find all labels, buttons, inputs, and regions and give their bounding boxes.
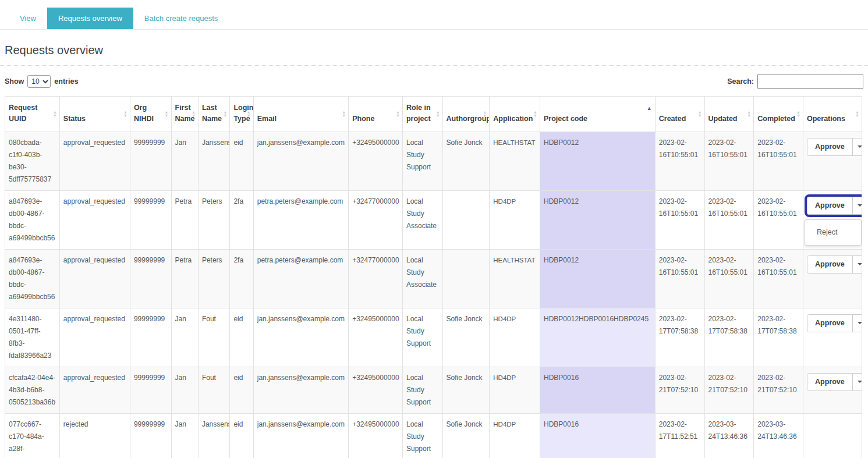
cell-status: approval_requested [59,367,130,413]
column-header-email[interactable]: Email▲▼ [253,97,348,132]
approve-button[interactable]: Approve [807,139,853,155]
column-header-role_in_project[interactable]: Role in project▲▼ [402,97,442,132]
column-header-label: Created [659,115,686,123]
cell-uuid: a847693e-db00-4867-bbdc-a69499bbcb56 [5,190,60,249]
sort-icon: ▲▼ [796,110,800,118]
approve-dropdown-toggle[interactable] [853,256,862,273]
cell-status: approval_requested [59,132,130,190]
cell-authorgroup: Sofie Jonck [442,132,490,190]
approve-split-button: Approve [807,255,862,274]
cell-project_code: HDBP0016 [540,413,656,458]
cell-completed: 2023-03-24T13:46:36 [754,413,803,458]
cell-email: jan.janssens@example.com [253,413,348,458]
cell-phone: +32477000000 [349,190,403,249]
cell-operations: Approve [803,367,862,413]
approve-dropdown-toggle[interactable] [853,139,862,155]
column-header-phone[interactable]: Phone▲▼ [349,97,403,132]
column-header-label: Completed [757,115,795,123]
cell-email: jan.janssens@example.com [253,367,348,413]
cell-uuid: 4e311480-0501-47ff-8fb3-fdaf83966a23 [5,308,60,367]
cell-uuid: a847693e-db00-4867-bbdc-a69499bbcb56 [5,249,60,308]
column-header-label: Org NIHDI [134,104,154,123]
column-header-org_nihdi[interactable]: Org NIHDI▲▼ [130,97,171,132]
approve-button[interactable]: Approve [807,197,853,214]
column-header-project_code[interactable]: Project code▲ [540,97,656,132]
cell-email: jan.janssens@example.com [253,132,348,190]
cell-login_type: 2fa [230,190,253,249]
sort-icon: ▲▼ [747,110,751,118]
cell-completed: 2023-02-17T07:58:38 [754,308,803,367]
approve-button[interactable]: Approve [807,315,853,332]
show-label: Show [5,77,24,86]
cell-last_name: Janssens [198,413,229,458]
cell-org_nihdi: 99999999 [130,132,171,190]
column-header-uuid[interactable]: Request UUID▲▼ [5,97,60,132]
tab-batch-create-requests[interactable]: Batch create requests [133,8,229,29]
column-header-label: Request UUID [9,104,37,123]
cell-first_name: Jan [171,367,198,413]
cell-created: 2023-02-21T07:52:10 [655,367,704,413]
cell-first_name: Jan [171,308,198,367]
approve-dropdown-toggle[interactable] [853,197,862,214]
cell-email: petra.peters@example.com [253,249,348,308]
column-header-label: Status [63,115,86,123]
cell-login_type: eid [230,367,253,413]
cell-role_in_project: Local Study Associate [402,190,442,249]
search-input[interactable] [757,74,863,89]
column-header-updated[interactable]: Updated▲▼ [704,97,754,132]
column-header-label: Role in project [406,104,431,123]
cell-org_nihdi: 99999999 [130,308,171,367]
table-row: 077cc667-c170-484a-a28f-6954562b7420reje… [5,413,862,458]
column-header-label: Updated [708,115,738,123]
cell-authorgroup: Sofie Jonck [442,413,490,458]
column-header-last_name[interactable]: Last Name▲▼ [198,97,229,132]
page-length-control: Show 10 entries [5,75,78,88]
chevron-down-icon [858,204,862,207]
approve-dropdown-toggle[interactable] [853,374,862,390]
approve-button[interactable]: Approve [807,256,853,273]
column-header-completed[interactable]: Completed▲▼ [754,97,803,132]
cell-first_name: Petra [171,249,198,308]
table-row: 080cbada-c1f0-403b-be30-5dff75775837appr… [5,132,862,190]
approve-dropdown-toggle[interactable] [853,315,862,332]
sort-icon: ▲▼ [436,110,440,118]
column-header-created[interactable]: Created▲▼ [655,97,704,132]
column-header-application[interactable]: Application▲▼ [490,97,540,132]
tab-requests-overview[interactable]: Requests overview [47,8,133,29]
cell-org_nihdi: 99999999 [130,249,171,308]
cell-login_type: 2fa [230,249,253,308]
cell-role_in_project: Local Study Support [402,308,442,367]
cell-operations: Approve [803,132,862,190]
sort-icon: ▲▼ [342,110,346,118]
menu-item-reject[interactable]: Reject [805,223,861,242]
tab-view[interactable]: View [9,8,47,29]
cell-project_code: HDBP0012 [540,249,656,308]
cell-org_nihdi: 99999999 [130,190,171,249]
cell-project_code: HDBP0016 [540,367,656,413]
sort-icon: ▲▼ [192,110,196,118]
cell-first_name: Jan [171,132,198,190]
column-header-authorgroup[interactable]: Authorgroup▲▼ [442,97,490,132]
operations-button-group: Approve [807,314,862,332]
cell-completed: 2023-02-16T10:55:01 [754,249,803,308]
cell-created: 2023-02-17T07:58:38 [655,308,704,367]
cell-updated: 2023-02-17T07:58:38 [704,308,754,367]
column-header-status[interactable]: Status▲▼ [59,97,130,132]
cell-project_code: HDBP0012HDBP0016HDBP0245 [540,308,656,367]
column-header-operations[interactable]: Operations▲▼ [803,97,862,132]
cell-status: approval_requested [59,308,130,367]
page-length-select[interactable]: 10 [27,75,51,88]
column-header-first_name[interactable]: First Name▲▼ [171,97,198,132]
table-row: a847693e-db00-4867-bbdc-a69499bbcb56appr… [5,249,862,308]
cell-authorgroup: Sofie Jonck [442,367,490,413]
cell-phone: +32495000000 [349,367,403,413]
cell-completed: 2023-02-21T07:52:10 [754,367,803,413]
column-header-login_type[interactable]: Login Type▲▼ [230,97,253,132]
cell-login_type: eid [230,132,253,190]
cell-created: 2023-02-16T10:55:01 [655,132,704,190]
table-controls: Show 10 entries Search: [5,74,863,89]
sort-asc-icon: ▲ [647,106,652,111]
cell-operations: Approve [803,249,862,308]
cell-application: HEALTHSTAT [490,132,540,190]
approve-button[interactable]: Approve [807,374,853,390]
